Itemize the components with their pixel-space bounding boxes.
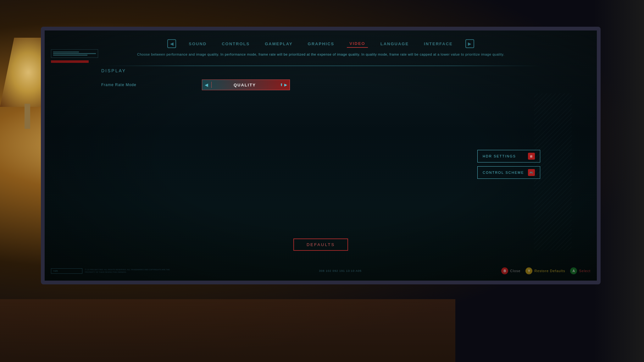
- nav-item-video[interactable]: VIDEO: [347, 40, 368, 48]
- lamp-body: [25, 104, 30, 129]
- section-display-title: Display: [101, 68, 540, 74]
- frame-rate-mode-selector[interactable]: ◀ Quality ⬆ ▶: [202, 80, 290, 90]
- left-panel: [51, 49, 98, 63]
- select-label: Select: [579, 269, 591, 273]
- monitor-bezel: ◀ SOUND CONTROLS GAMEPLAY GRAPHICS VIDEO…: [41, 27, 601, 284]
- logo-line-1: [53, 52, 79, 52]
- hdr-settings-button[interactable]: HDR SETTINGS 🖥: [477, 150, 540, 162]
- logo: [53, 52, 96, 56]
- control-scheme-label: CONTROL SCHEME: [483, 171, 524, 174]
- control-scheme-button[interactable]: CONTROL SCHEME 🎮: [477, 166, 540, 179]
- logo-line-2: [53, 53, 96, 54]
- furniture: [0, 299, 455, 362]
- bottom-right-controls: B Close Y Restore Defaults A Select: [501, 267, 591, 274]
- nav-bar: ◀ SOUND CONTROLS GAMEPLAY GRAPHICS VIDEO…: [45, 39, 597, 48]
- nav-item-sound[interactable]: SOUND: [186, 40, 209, 47]
- nav-icon-right: ▶: [465, 39, 474, 48]
- logo-box: [51, 49, 98, 58]
- selector-arrow-left[interactable]: ◀: [202, 82, 211, 87]
- control-scheme-icon: 🎮: [528, 169, 535, 176]
- hdr-settings-icon: 🖥: [528, 153, 535, 160]
- nav-item-gameplay[interactable]: GAMEPLAY: [262, 40, 295, 47]
- restore-label: Restore Defaults: [534, 269, 565, 273]
- side-buttons: HDR SETTINGS 🖥 CONTROL SCHEME 🎮: [477, 150, 540, 179]
- version-text: Y/25: [53, 270, 80, 272]
- coordinates-text: 308 102 092 191 13:10 A05: [319, 269, 362, 272]
- defaults-button[interactable]: DEFAULTS: [293, 239, 348, 251]
- nav-icon-left: ◀: [167, 39, 176, 48]
- close-label: Close: [510, 269, 520, 273]
- frame-rate-mode-label: Frame Rate Mode: [101, 83, 202, 87]
- close-hint: B Close: [501, 267, 520, 274]
- selector-arrow-up: ⬆: [280, 83, 283, 87]
- y-button: Y: [525, 267, 532, 274]
- selector-value: Quality: [212, 83, 277, 87]
- a-button: A: [570, 267, 577, 274]
- right-wall: [594, 0, 644, 362]
- h-separator: [101, 66, 540, 66]
- bottom-left: Y/25 © CD PROJEKT RED. ALL RIGHTS RESERV…: [51, 268, 179, 274]
- selector-divider-left: [211, 82, 212, 88]
- selector-arrow-down: ▶: [284, 83, 287, 87]
- content-area: Display Frame Rate Mode ◀ Quality ⬆ ▶ HD: [101, 68, 540, 255]
- select-hint: A Select: [570, 267, 591, 274]
- logo-red-bar: [51, 60, 89, 63]
- hdr-settings-label: HDR SETTINGS: [483, 154, 516, 158]
- nav-item-interface[interactable]: INTERFACE: [421, 40, 455, 47]
- frame-rate-mode-row: Frame Rate Mode ◀ Quality ⬆ ▶: [101, 80, 540, 90]
- restore-hint: Y Restore Defaults: [525, 267, 565, 274]
- description-text: Choose between performance and image qua…: [108, 52, 534, 58]
- b-button: B: [501, 267, 508, 274]
- version-box: Y/25: [51, 268, 82, 274]
- nav-item-graphics[interactable]: GRAPHICS: [305, 40, 337, 47]
- nav-item-controls[interactable]: CONTROLS: [219, 40, 252, 47]
- bottom-bar: Y/25 © CD PROJEKT RED. ALL RIGHTS RESERV…: [45, 267, 597, 274]
- copyright-text: © CD PROJEKT RED. ALL RIGHTS RESERVED. A…: [85, 268, 179, 274]
- nav-item-language[interactable]: LANGUAGE: [378, 40, 411, 47]
- selector-arrows-right[interactable]: ⬆ ▶: [277, 83, 290, 87]
- logo-line-3: [53, 55, 87, 56]
- game-screen: ◀ SOUND CONTROLS GAMEPLAY GRAPHICS VIDEO…: [45, 30, 597, 281]
